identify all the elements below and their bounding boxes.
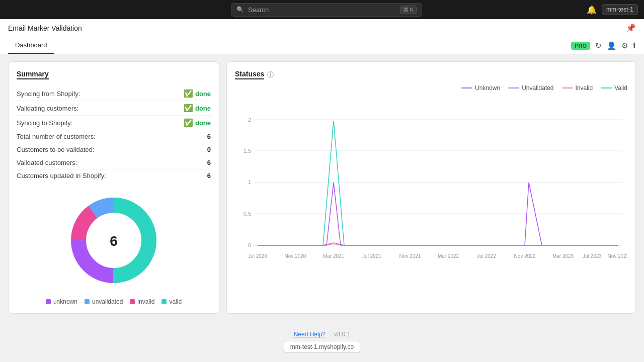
- page-title: Email Marker Validation: [8, 24, 82, 32]
- chart-legend-label: Unvalidated: [522, 84, 553, 92]
- chart-line-swatch: [601, 87, 612, 88]
- pin-icon[interactable]: 📌: [626, 23, 636, 33]
- summary-row-label: Validating customers:: [17, 105, 78, 112]
- summary-row-label: Total number of customers:: [17, 133, 96, 140]
- statuses-title: Statuses: [235, 70, 264, 79]
- summary-row: Validating customers:✅done: [17, 101, 211, 116]
- summary-row-value: 6: [207, 172, 211, 179]
- chart-line-swatch: [562, 87, 573, 88]
- top-nav: 🔍 Search ⌘ K 🔔 mm-test-1: [0, 0, 644, 19]
- svg-text:Mar 2021: Mar 2021: [323, 253, 345, 259]
- chart-legend: UnknownUnvalidatedInvalidValid: [235, 84, 627, 92]
- svg-text:0.5: 0.5: [244, 211, 251, 217]
- chart-line-swatch: [508, 87, 519, 88]
- svg-text:0: 0: [248, 242, 251, 248]
- settings-icon[interactable]: ⚙: [621, 41, 628, 50]
- svg-text:Mar 2023: Mar 2023: [552, 253, 574, 259]
- legend-label: invalid: [137, 298, 154, 305]
- summary-row-label: Syncing to Shopify:: [17, 119, 72, 127]
- svg-text:Jul 2023: Jul 2023: [583, 253, 602, 259]
- tabs-right: PRO ↻ 👤 ⚙ ℹ: [571, 41, 636, 50]
- refresh-icon[interactable]: ↻: [595, 41, 602, 50]
- legend-label: valid: [169, 298, 182, 305]
- summary-card: Summary Syncing from Shopify:✅doneValida…: [8, 61, 219, 314]
- svg-text:Nov 2023: Nov 2023: [608, 253, 627, 259]
- summary-title: Summary: [17, 70, 49, 79]
- legend-dot: [130, 299, 135, 304]
- svg-text:Nov 2021: Nov 2021: [399, 253, 421, 259]
- summary-row-value: ✅done: [184, 104, 211, 113]
- chart-legend-item: Unknown: [461, 84, 500, 92]
- chart-line-swatch: [461, 87, 472, 88]
- summary-row: Syncing to Shopify:✅done: [17, 116, 211, 130]
- summary-row-value: ✅done: [184, 118, 211, 127]
- svg-text:Nov 2020: Nov 2020: [285, 253, 306, 259]
- summary-row: Customers updated in Shopify:6: [17, 169, 211, 182]
- pro-badge: PRO: [571, 42, 590, 50]
- notification-icon[interactable]: 🔔: [587, 5, 597, 15]
- nav-right: 🔔 mm-test-1: [587, 4, 638, 15]
- svg-text:1: 1: [248, 179, 251, 185]
- summary-row-value: 6: [207, 159, 211, 166]
- info-icon[interactable]: ⓘ: [267, 70, 274, 79]
- search-shortcut: ⌘ K: [400, 6, 417, 14]
- legend-dot: [85, 299, 90, 304]
- search-bar[interactable]: 🔍 Search ⌘ K: [231, 3, 422, 17]
- svg-text:Jul 2022: Jul 2022: [477, 253, 496, 259]
- legend-label: unvalidated: [92, 298, 123, 305]
- legend-item: unvalidated: [85, 298, 123, 305]
- summary-row: Customers to be validated:0: [17, 143, 211, 156]
- page-header: Email Marker Validation 📌: [0, 19, 644, 37]
- svg-text:1.5: 1.5: [244, 148, 251, 154]
- summary-row: Syncing from Shopify:✅done: [17, 86, 211, 101]
- donut-container: 6 unknownunvalidatedinvalidvalid: [17, 190, 211, 305]
- svg-text:Jul 2021: Jul 2021: [362, 253, 381, 259]
- main-content: Summary Syncing from Shopify:✅doneValida…: [0, 54, 644, 321]
- footer-domain: mm-test-1.myshopify.co: [284, 341, 360, 353]
- legend-dot: [162, 299, 167, 304]
- legend-item: unknown: [46, 298, 77, 305]
- chart-legend-item: Invalid: [562, 84, 593, 92]
- summary-row-value: 6: [207, 133, 211, 140]
- search-icon: 🔍: [236, 6, 244, 13]
- legend-dot: [46, 299, 51, 304]
- summary-row-label: Customers updated in Shopify:: [17, 172, 106, 179]
- help-icon[interactable]: ℹ: [633, 41, 636, 50]
- chart-legend-label: Valid: [614, 84, 627, 92]
- donut-center-label: 6: [110, 233, 118, 249]
- chart-legend-item: Unvalidated: [508, 84, 553, 92]
- svg-text:Mar 2022: Mar 2022: [438, 253, 459, 259]
- svg-text:Jul 2020: Jul 2020: [248, 253, 267, 259]
- version-label: v3.0.1: [334, 331, 351, 338]
- legend-label: unknown: [53, 298, 77, 305]
- account-badge[interactable]: mm-test-1: [602, 4, 638, 15]
- summary-row-value: 0: [207, 146, 211, 153]
- svg-text:2: 2: [248, 117, 251, 123]
- chart-legend-label: Unknown: [475, 84, 500, 92]
- summary-rows: Syncing from Shopify:✅doneValidating cus…: [17, 86, 211, 182]
- chart-area: 0 0.5 1 1.5 2 Jul 2020 Nov 2020 Mar 2021…: [235, 95, 627, 277]
- summary-row: Validated customers:6: [17, 156, 211, 169]
- legend-item: invalid: [130, 298, 154, 305]
- tab-dashboard[interactable]: Dashboard: [8, 37, 54, 54]
- donut-chart: 6: [63, 190, 164, 292]
- summary-row-value: ✅done: [184, 89, 211, 98]
- summary-row: Total number of customers:6: [17, 130, 211, 143]
- footer: Need Help? v3.0.1 mm-test-1.myshopify.co: [0, 321, 644, 358]
- statuses-card: Statuses ⓘ UnknownUnvalidatedInvalidVali…: [226, 61, 636, 314]
- summary-row-label: Syncing from Shopify:: [17, 90, 80, 98]
- chart-legend-label: Invalid: [576, 84, 593, 92]
- summary-row-label: Customers to be validated:: [17, 146, 95, 153]
- svg-text:Nov 2022: Nov 2022: [514, 253, 536, 259]
- tabs-row: Dashboard PRO ↻ 👤 ⚙ ℹ: [0, 37, 644, 54]
- help-link[interactable]: Need Help?: [294, 331, 326, 338]
- search-placeholder: Search: [248, 6, 269, 14]
- donut-legend: unknownunvalidatedinvalidvalid: [46, 298, 182, 305]
- legend-item: valid: [162, 298, 182, 305]
- summary-row-label: Validated customers:: [17, 159, 77, 166]
- chart-legend-item: Valid: [601, 84, 627, 92]
- statuses-header: Statuses ⓘ: [235, 70, 627, 79]
- user-icon[interactable]: 👤: [607, 41, 616, 50]
